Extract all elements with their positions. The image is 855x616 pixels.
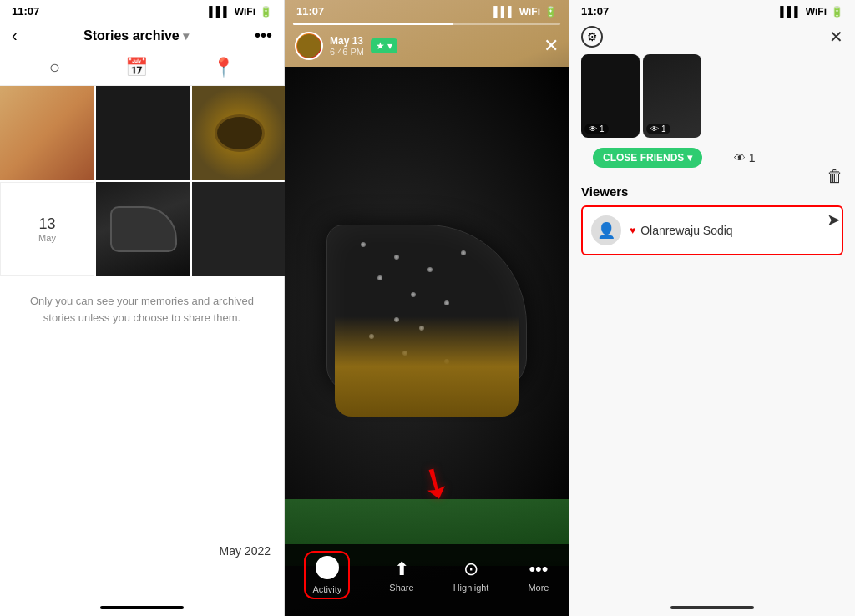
star-badge-text: ▾: [387, 40, 392, 52]
signal-icon-3: ▌▌▌: [780, 6, 802, 18]
stud: [428, 267, 433, 272]
viewer-name: Olanrewaju Sodiq: [640, 224, 733, 237]
more-options-button[interactable]: •••: [255, 26, 272, 45]
activity-circle-icon: [316, 556, 339, 579]
share-icon: ⬆: [394, 558, 409, 580]
story-viewer-panel: ➘ 11:07 ▌▌▌ WiFi 🔋 May 13 6:46 PM ★ ▾: [285, 0, 569, 616]
heart-icon: ♥: [630, 225, 635, 236]
photo-cell-dark-right[interactable]: [192, 182, 286, 276]
story-status-bar: 11:07 ▌▌▌ WiFi 🔋: [285, 0, 569, 18]
highlight-icon: ⊙: [463, 558, 478, 580]
status-icons-3: ▌▌▌ WiFi 🔋: [780, 6, 843, 18]
chevron-down-icon[interactable]: ▾: [183, 29, 189, 43]
stories-archive-title-group: Stories archive ▾: [83, 28, 189, 43]
story-meta: May 13 6:46 PM: [330, 35, 364, 57]
activity-label: Activity: [312, 584, 341, 594]
status-bar-3: 11:07 ▌▌▌ WiFi 🔋: [569, 0, 855, 23]
story-thumbnails: 👁 1 👁 1: [569, 54, 855, 138]
viewers-title: Viewers: [569, 181, 855, 205]
settings-icon[interactable]: ⚙: [581, 26, 603, 48]
home-indicator-1: [100, 606, 184, 609]
shoe-silhouette: [110, 206, 177, 252]
story-avatar-inner: [297, 34, 321, 58]
more-label: More: [528, 583, 549, 593]
stories-archive-title: Stories archive: [83, 28, 180, 43]
side-actions: 🗑 ➤: [827, 167, 843, 230]
shoe-image: [96, 182, 190, 276]
thumb-eye-count-2: 👁 1: [646, 124, 670, 134]
eye-count-1: 1: [600, 124, 605, 134]
archive-note: Only you can see your memories and archi…: [0, 276, 284, 342]
bowl-shape: [215, 114, 265, 152]
more-button[interactable]: ••• More: [528, 558, 549, 593]
activity-button[interactable]: Activity: [304, 551, 350, 599]
viewer-avatar: 👤: [591, 215, 621, 245]
stories-archive-panel: 11:07 ▌▌▌ WiFi 🔋 ‹ Stories archive ▾ •••…: [0, 0, 285, 616]
tab-circle-icon[interactable]: ○: [49, 57, 60, 78]
eye-icon-2: 👁: [650, 124, 659, 134]
story-date: May 13: [330, 35, 364, 47]
story-user-left: May 13 6:46 PM ★ ▾: [295, 32, 397, 60]
avatar-icon: 👤: [597, 221, 615, 240]
stud: [394, 255, 399, 260]
viewer-row[interactable]: 👤 ♥ Olanrewaju Sodiq: [581, 205, 843, 255]
shoe-art: [318, 183, 535, 433]
tab-location-icon[interactable]: 📍: [212, 57, 235, 78]
wifi-icon-2: WiFi: [519, 6, 540, 18]
send-icon[interactable]: ➤: [827, 210, 843, 230]
eye-count-2: 1: [661, 124, 666, 134]
viewer-name-group: ♥ Olanrewaju Sodiq: [630, 224, 733, 237]
thumb-eye-count-1: 👁 1: [584, 124, 609, 134]
story-close-button[interactable]: ✕: [544, 35, 559, 57]
tab-icon-row: ○ 📅 📍: [0, 52, 284, 86]
stud: [361, 242, 366, 247]
share-label: Share: [389, 583, 413, 593]
close-friends-badge[interactable]: CLOSE FRIENDS ▾: [593, 148, 702, 168]
share-button[interactable]: ⬆ Share: [389, 558, 413, 593]
signal-icon: ▌▌▌: [209, 6, 230, 18]
stud: [411, 292, 416, 297]
thumb-shoe[interactable]: 👁 1: [643, 54, 701, 138]
wifi-icon-3: WiFi: [806, 6, 827, 18]
highlight-label: Highlight: [453, 583, 489, 593]
photo-grid: 13 May: [0, 86, 284, 276]
more-icon: •••: [529, 558, 548, 580]
viewers-panel: 11:07 ▌▌▌ WiFi 🔋 ⚙ ✕ 👁 1 👁 1 CLOSE FRIEN…: [569, 0, 855, 616]
home-indicator-3: [670, 606, 754, 609]
may-2022-label: May 2022: [220, 544, 271, 558]
status-bar-1: 11:07 ▌▌▌ WiFi 🔋: [0, 0, 284, 23]
date-month: May: [38, 233, 56, 243]
photo-cell-shoe[interactable]: [96, 182, 190, 276]
close-friends-label: CLOSE FRIENDS ▾: [603, 152, 692, 164]
story-status-icons: ▌▌▌ WiFi 🔋: [493, 6, 557, 18]
nav-header-1: ‹ Stories archive ▾ •••: [0, 23, 284, 52]
status-icons-1: ▌▌▌ WiFi 🔋: [209, 6, 272, 18]
highlight-button[interactable]: ⊙ Highlight: [453, 558, 489, 593]
photo-cell-food-left[interactable]: [0, 86, 94, 180]
panel3-close-button[interactable]: ✕: [829, 27, 843, 47]
tab-calendar-icon[interactable]: 📅: [125, 57, 148, 78]
eye-icon-main: 👁: [734, 151, 746, 164]
back-button[interactable]: ‹: [12, 26, 18, 45]
stud: [461, 250, 466, 255]
hand-background: [335, 316, 519, 417]
battery-icon: 🔋: [260, 6, 272, 18]
wifi-icon: WiFi: [235, 6, 255, 18]
story-star-badge: ★ ▾: [371, 38, 397, 53]
panel3-header: ⚙ ✕: [569, 23, 855, 54]
signal-icon-2: ▌▌▌: [493, 6, 515, 18]
story-user-row: May 13 6:46 PM ★ ▾ ✕: [285, 25, 569, 67]
delete-icon[interactable]: 🗑: [827, 167, 843, 186]
time-1: 11:07: [12, 5, 39, 18]
star-icon: ★: [376, 40, 385, 52]
photo-cell-date: 13 May: [0, 182, 94, 276]
photo-cell-bowl[interactable]: [192, 86, 286, 180]
photo-cell-dark-top[interactable]: [96, 86, 190, 180]
story-time: 11:07: [296, 5, 324, 18]
stud: [444, 300, 449, 305]
date-number: 13: [38, 215, 55, 233]
battery-icon-2: 🔋: [544, 6, 557, 18]
eye-icon-1: 👁: [589, 124, 597, 134]
thumb-dark[interactable]: 👁 1: [581, 54, 640, 138]
stud: [377, 275, 382, 280]
